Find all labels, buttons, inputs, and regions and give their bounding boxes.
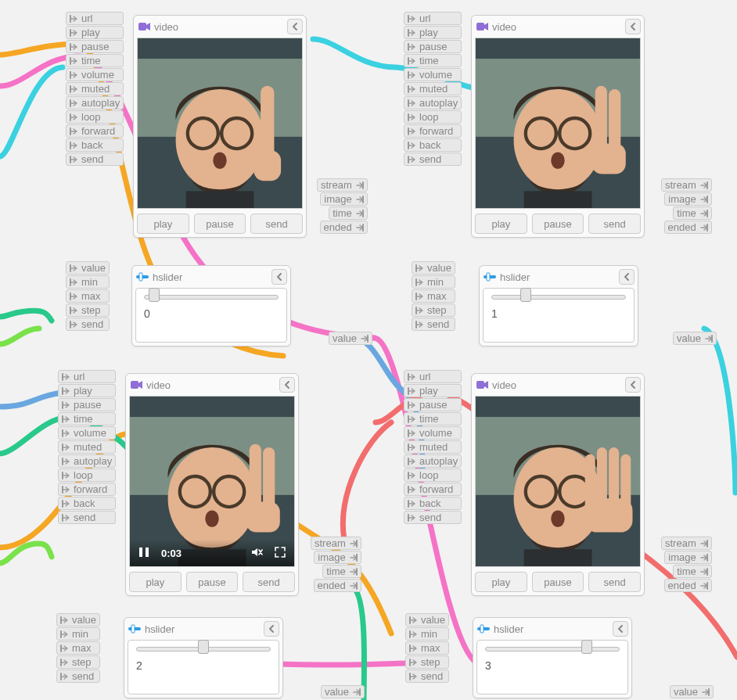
video2-out-ended[interactable]: ended: [664, 221, 712, 234]
video1-in-pause[interactable]: pause: [66, 40, 124, 53]
video4-in-play[interactable]: play: [404, 384, 462, 397]
slider2-in-max[interactable]: max: [412, 289, 455, 303]
video2-in-volume[interactable]: volume: [404, 68, 462, 81]
slider2-node[interactable]: hslider 1: [479, 265, 638, 346]
video2-in-pause[interactable]: pause: [404, 40, 462, 53]
video3-in-url[interactable]: url: [58, 370, 116, 383]
video4-canvas[interactable]: [475, 396, 641, 567]
node-header[interactable]: hslider: [128, 621, 279, 637]
video1-in-forward[interactable]: forward: [66, 124, 124, 138]
play-button[interactable]: play: [137, 214, 189, 234]
slider1-in-value[interactable]: value: [66, 261, 110, 275]
play-button[interactable]: play: [475, 214, 527, 234]
collapse-button[interactable]: [279, 377, 295, 393]
video4-node[interactable]: video play pause send: [471, 373, 645, 596]
video4-in-url[interactable]: url: [404, 370, 462, 383]
video4-in-time[interactable]: time: [404, 412, 462, 425]
node-header[interactable]: video: [475, 19, 641, 34]
slider4-in-send[interactable]: send: [405, 669, 449, 683]
slider1-in-step[interactable]: step: [66, 303, 110, 317]
video3-out-ended[interactable]: ended: [314, 579, 361, 592]
video3-out-stream[interactable]: stream: [311, 537, 361, 550]
slider3-out-value[interactable]: value: [321, 685, 365, 698]
slider3-in-send[interactable]: send: [56, 669, 100, 683]
slider1-out-value[interactable]: value: [329, 332, 372, 345]
play-button[interactable]: play: [475, 572, 527, 592]
slider2-range[interactable]: [491, 295, 626, 300]
video3-in-pause[interactable]: pause: [58, 398, 116, 411]
video2-in-url[interactable]: url: [404, 12, 462, 25]
video3-out-image[interactable]: image: [314, 551, 361, 564]
video4-out-stream[interactable]: stream: [661, 537, 712, 550]
video2-in-play[interactable]: play: [404, 26, 462, 39]
overlay-mute-button[interactable]: [250, 546, 263, 561]
collapse-button[interactable]: [619, 269, 635, 285]
slider1-in-send[interactable]: send: [66, 318, 110, 331]
pause-button[interactable]: pause: [194, 214, 246, 234]
video1-in-autoplay[interactable]: autoplay: [66, 96, 124, 109]
send-button[interactable]: send: [588, 214, 641, 234]
video4-in-forward[interactable]: forward: [404, 483, 462, 496]
slider4-in-max[interactable]: max: [405, 641, 449, 655]
slider3-in-min[interactable]: min: [56, 627, 100, 641]
video2-out-stream[interactable]: stream: [661, 178, 712, 192]
slider2-out-value[interactable]: value: [673, 332, 717, 345]
video1-in-volume[interactable]: volume: [66, 68, 124, 81]
slider3-node[interactable]: hslider 2: [124, 617, 283, 698]
slider4-in-min[interactable]: min: [405, 627, 449, 641]
video1-in-play[interactable]: play: [66, 26, 124, 39]
video2-in-muted[interactable]: muted: [404, 82, 462, 95]
send-button[interactable]: send: [243, 572, 295, 592]
video3-in-play[interactable]: play: [58, 384, 116, 397]
video4-in-autoplay[interactable]: autoplay: [404, 454, 462, 468]
video1-out-time[interactable]: time: [329, 206, 368, 220]
collapse-button[interactable]: [613, 621, 628, 637]
video4-out-time[interactable]: time: [673, 565, 712, 578]
video1-in-muted[interactable]: muted: [66, 82, 124, 95]
overlay-pause-button[interactable]: [138, 546, 150, 561]
video2-out-image[interactable]: image: [664, 192, 711, 206]
video3-out-time[interactable]: time: [322, 565, 361, 578]
node-header[interactable]: video: [137, 19, 303, 34]
pause-button[interactable]: pause: [186, 572, 239, 592]
slider2-in-step[interactable]: step: [412, 303, 455, 317]
video2-node[interactable]: video play pause send: [471, 15, 645, 238]
video2-canvas[interactable]: [475, 38, 641, 209]
video1-canvas[interactable]: [137, 38, 303, 209]
video1-in-loop[interactable]: loop: [66, 110, 124, 124]
slider1-range[interactable]: [144, 295, 279, 300]
node-header[interactable]: video: [129, 377, 295, 393]
slider1-in-min[interactable]: min: [66, 275, 110, 289]
slider3-in-step[interactable]: step: [56, 655, 100, 669]
video3-in-muted[interactable]: muted: [58, 440, 116, 454]
collapse-button[interactable]: [287, 19, 303, 34]
send-button[interactable]: send: [588, 572, 641, 592]
slider1-in-max[interactable]: max: [66, 289, 110, 303]
video3-in-volume[interactable]: volume: [58, 426, 116, 440]
video4-in-muted[interactable]: muted: [404, 440, 462, 454]
video3-in-autoplay[interactable]: autoplay: [58, 454, 116, 468]
node-header[interactable]: hslider: [483, 269, 635, 285]
play-button[interactable]: play: [129, 572, 182, 592]
slider3-range[interactable]: [136, 647, 271, 652]
video3-in-send[interactable]: send: [58, 511, 116, 524]
collapse-button[interactable]: [625, 19, 641, 34]
video1-out-stream[interactable]: stream: [317, 178, 368, 192]
slider4-out-value[interactable]: value: [670, 685, 714, 698]
video1-out-image[interactable]: image: [320, 192, 367, 206]
slider4-range[interactable]: [485, 647, 620, 652]
video3-in-forward[interactable]: forward: [58, 483, 116, 496]
send-button[interactable]: send: [250, 214, 303, 234]
video2-in-forward[interactable]: forward: [404, 124, 462, 138]
video1-in-back[interactable]: back: [66, 138, 124, 152]
video4-out-image[interactable]: image: [664, 551, 711, 564]
video4-in-loop[interactable]: loop: [404, 468, 462, 482]
video3-canvas[interactable]: 0:03: [129, 396, 295, 567]
video4-in-send[interactable]: send: [404, 511, 462, 524]
video4-out-ended[interactable]: ended: [664, 579, 712, 592]
slider4-in-value[interactable]: value: [405, 613, 449, 626]
video1-out-ended[interactable]: ended: [320, 221, 368, 234]
node-header[interactable]: hslider: [135, 269, 287, 285]
slider2-in-value[interactable]: value: [412, 261, 455, 275]
video1-in-time[interactable]: time: [66, 54, 124, 67]
